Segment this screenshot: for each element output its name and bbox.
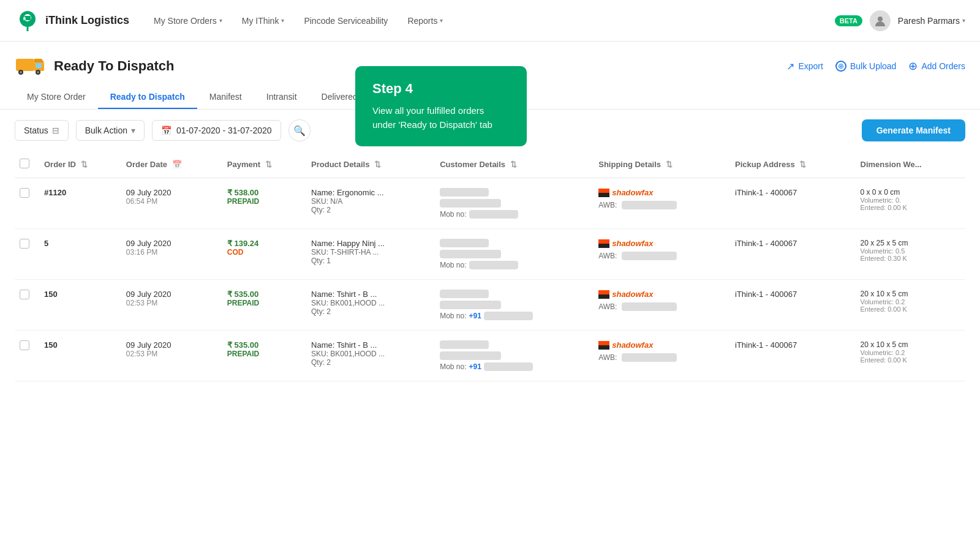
order-id-sort-icon[interactable]: ⇅ <box>81 160 88 169</box>
select-all-checkbox[interactable] <box>20 159 29 168</box>
awb-value-blurred <box>622 252 677 260</box>
nav-reports[interactable]: Reports ▾ <box>407 13 443 28</box>
customer-sort-icon[interactable]: ⇅ <box>510 160 517 169</box>
filters-left: Status ⊟ Bulk Action ▾ 📅 01-07-2020 - 31… <box>15 119 311 141</box>
shipping-sort-icon[interactable]: ⇅ <box>666 160 673 169</box>
pickup-address: iThink-1 - 400067 <box>735 188 797 197</box>
dimension-cell: 20 x 10 x 5 cm Volumetric: 0.2 Entered: … <box>856 280 965 331</box>
svg-point-6 <box>878 17 883 21</box>
generate-manifest-button[interactable]: Generate Manifest <box>862 119 965 141</box>
nav-pincode[interactable]: Pincode Serviceability <box>304 16 388 26</box>
row-checkbox[interactable] <box>20 290 29 299</box>
mob-value-blurred <box>484 362 533 371</box>
tab-intransit[interactable]: Intransit <box>254 86 309 109</box>
customer-cell: Mob no: +91 <box>435 331 594 381</box>
svg-point-5 <box>29 20 31 22</box>
truck-icon <box>15 54 47 78</box>
payment-cell: ₹ 538.00 PREPAID <box>222 178 306 229</box>
tab-delivered[interactable]: Delivered <box>309 86 370 109</box>
search-button[interactable]: 🔍 <box>288 119 311 141</box>
order-id-cell: 150 <box>39 280 121 331</box>
svg-rect-10 <box>36 63 42 68</box>
user-name[interactable]: Paresh Parmars ▾ <box>898 16 965 26</box>
svg-point-4 <box>24 20 26 22</box>
mob-label: Mob no: <box>440 362 466 371</box>
shipping-cell: shadowfax AWB: <box>594 280 730 331</box>
product-sku: SKU: BK001,HOOD ... <box>311 350 430 358</box>
search-icon: 🔍 <box>293 125 306 137</box>
avatar <box>870 10 891 31</box>
product-name: Name: Tshirt - B ... <box>311 290 430 299</box>
payment-type: PREPAID <box>227 350 301 358</box>
awb-label: AWB: <box>598 353 617 362</box>
customer-name-blurred <box>440 340 489 349</box>
row-checkbox-cell[interactable] <box>15 229 39 280</box>
payment-sort-icon[interactable]: ⇅ <box>265 160 272 169</box>
order-time: 02:53 PM <box>126 299 217 307</box>
export-button[interactable]: ↗ Export <box>786 61 823 72</box>
add-orders-button[interactable]: ⊕ Add Orders <box>908 59 965 73</box>
row-checkbox[interactable] <box>20 340 29 350</box>
order-date: 09 July 2020 <box>126 188 217 197</box>
customer-info-blurred <box>440 301 501 309</box>
tab-ready-to-dispatch[interactable]: Ready to Dispatch <box>98 86 197 109</box>
mob-label: Mob no: <box>440 261 466 269</box>
entered-value: Entered: 0.30 K <box>861 255 960 262</box>
carrier-flag-icon <box>598 189 609 197</box>
row-checkbox-cell[interactable] <box>15 178 39 229</box>
payment-amount: ₹ 535.00 <box>227 290 301 299</box>
bulk-upload-icon: ⊕ <box>835 61 846 72</box>
order-date-cell: 09 July 2020 02:53 PM <box>121 280 222 331</box>
bulk-upload-button[interactable]: ⊕ Bulk Upload <box>835 61 897 72</box>
date-range-picker[interactable]: 📅 01-07-2020 - 31-07-2020 <box>152 120 281 141</box>
payment-cell: ₹ 535.00 PREPAID <box>222 280 306 331</box>
customer-info-blurred <box>440 199 501 208</box>
row-checkbox-cell[interactable] <box>15 331 39 381</box>
status-filter[interactable]: Status ⊟ <box>15 120 69 141</box>
row-checkbox-cell[interactable] <box>15 280 39 331</box>
order-time: 03:16 PM <box>126 248 217 257</box>
pickup-address: iThink-1 - 400067 <box>735 239 797 248</box>
page-title: Ready To Dispatch <box>54 58 174 74</box>
product-sku: SKU: BK001,HOOD ... <box>311 299 430 307</box>
row-checkbox[interactable] <box>20 188 29 198</box>
col-select-all[interactable] <box>15 151 39 178</box>
header-actions: ↗ Export ⊕ Bulk Upload ⊕ Add Orders <box>786 59 965 73</box>
product-name: Name: Tshirt - B ... <box>311 340 430 350</box>
order-date: 09 July 2020 <box>126 290 217 299</box>
payment-amount: ₹ 139.24 <box>227 239 301 248</box>
nav-my-store-orders[interactable]: My Store Orders ▾ <box>154 13 222 28</box>
svg-marker-17 <box>598 239 609 244</box>
svg-point-14 <box>37 71 39 73</box>
order-date-cell: 09 July 2020 02:53 PM <box>121 331 222 381</box>
dimension-cell: 0 x 0 x 0 cm Volumetric: 0. Entered: 0.0… <box>856 178 965 229</box>
product-cell: Name: Tshirt - B ... SKU: BK001,HOOD ...… <box>306 280 435 331</box>
bulk-action-dropdown[interactable]: Bulk Action ▾ <box>76 120 145 141</box>
export-icon: ↗ <box>786 61 794 72</box>
col-payment: Payment ⇅ <box>222 151 306 178</box>
carrier-name: shadowfax <box>612 239 653 248</box>
carrier-name: shadowfax <box>612 188 653 197</box>
order-date-cell: 09 July 2020 03:16 PM <box>121 229 222 280</box>
nav-store-orders-arrow: ▾ <box>219 17 222 24</box>
tab-my-store-order[interactable]: My Store Order <box>15 86 98 109</box>
product-qty: Qty: 2 <box>311 358 430 367</box>
customer-info-blurred <box>440 351 501 360</box>
entered-value: Entered: 0.00 K <box>861 305 960 313</box>
pickup-cell: iThink-1 - 400067 <box>730 178 856 229</box>
dimension-cell: 20 x 10 x 5 cm Volumetric: 0.2 Entered: … <box>856 331 965 381</box>
nav-my-ithink[interactable]: My IThink ▾ <box>242 13 285 28</box>
pickup-sort-icon[interactable]: ⇅ <box>799 160 806 169</box>
page-title-area: Ready To Dispatch <box>15 54 174 78</box>
row-checkbox[interactable] <box>20 239 29 249</box>
tab-manifest[interactable]: Manifest <box>197 86 254 109</box>
order-date-sort-icon[interactable]: 📅 <box>172 160 182 169</box>
logo-text: iThink Logistics <box>45 14 129 27</box>
logo-area: iThink Logistics <box>15 8 129 34</box>
user-dropdown-arrow: ▾ <box>962 17 965 24</box>
status-filter-icon: ⊟ <box>52 126 59 135</box>
tabs-row: My Store Order Ready to Dispatch Manifes… <box>0 86 980 110</box>
header: iThink Logistics My Store Orders ▾ My IT… <box>0 0 980 42</box>
svg-marker-18 <box>598 244 609 248</box>
product-sort-icon[interactable]: ⇅ <box>374 160 381 169</box>
